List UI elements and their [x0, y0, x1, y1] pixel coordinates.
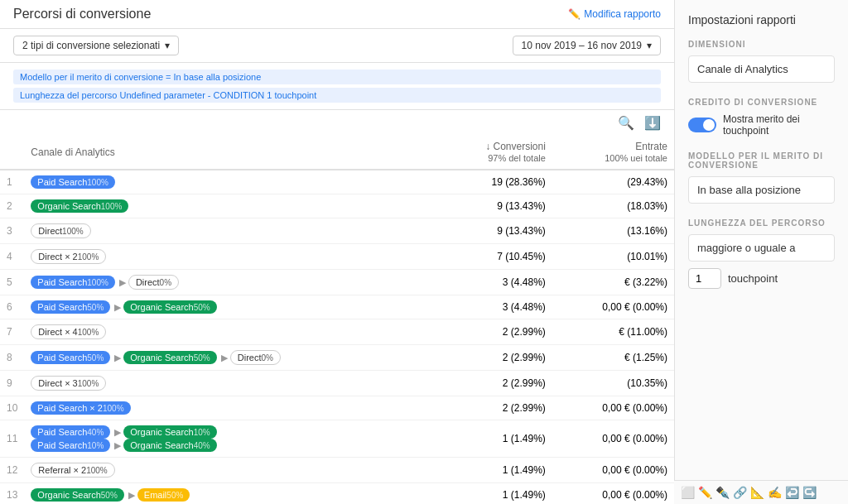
row-number: 1 — [0, 170, 24, 194]
channel-tag: Paid Search 40% — [31, 425, 110, 439]
conversions-cell: 2 (2.99%) — [438, 371, 552, 396]
panel-title: Impostazioni rapporti — [688, 13, 835, 26]
entrate-cell: € (3.22%) — [552, 270, 674, 295]
channel-path-cell: Paid Search 50%▶Organic Search 50%▶Direc… — [24, 345, 438, 371]
conversions-cell: 1 (1.49%) — [438, 458, 552, 483]
modify-report-btn[interactable]: ✏️ Modifica rapporto — [568, 8, 661, 20]
condition-tag-2[interactable]: Lunghezza del percorso Undefined paramet… — [13, 88, 661, 103]
filters-bar: 2 tipi di conversione selezionati ▾ 10 n… — [0, 29, 674, 63]
row-number: 7 — [0, 319, 24, 345]
dimensioni-section: DIMENSIONI Canale di Analytics — [688, 40, 835, 83]
channel-path-cell: Referral × 2 100% — [24, 458, 438, 483]
edit-icon: ✏️ — [568, 8, 581, 20]
icon-redo[interactable]: ↪️ — [802, 486, 817, 499]
modello-label: MODELLO PER IL MERITO DI CONVERSIONE — [688, 151, 835, 170]
table-row: 4 Direct × 2 100% 7 (10.45%) (10.01%) — [0, 244, 674, 270]
dimensioni-value: Canale di Analytics — [688, 55, 835, 83]
icon-pencil[interactable]: ✏️ — [698, 486, 712, 499]
channel-tag: Direct 0% — [230, 350, 281, 365]
conversion-types-dropdown[interactable]: 2 tipi di conversione selezionati ▾ — [13, 36, 179, 55]
page-header: Percorsi di conversione ✏️ Modifica rapp… — [0, 0, 674, 29]
row-number: 8 — [0, 345, 24, 371]
table-row: 3 Direct 100% 9 (13.43%) (13.16%) — [0, 218, 674, 244]
row-number: 3 — [0, 218, 24, 244]
arrow-icon: ▶ — [128, 490, 135, 501]
channel-tag: Paid Search × 2 100% — [31, 401, 130, 415]
arrow-icon: ▶ — [114, 353, 121, 363]
channel-tag: Direct 0% — [128, 275, 179, 290]
table-row: 11 Paid Search 40%▶Organic Search 10%Pai… — [0, 420, 674, 458]
icon-write[interactable]: ✍️ — [768, 486, 782, 499]
table-row: 9 Direct × 3 100% 2 (2.99%) (10.35%) — [0, 371, 674, 396]
filter-left: 2 tipi di conversione selezionati ▾ — [13, 36, 179, 55]
channel-tag: Paid Search 50% — [31, 351, 110, 364]
touchpoint-row: touchpoint — [688, 268, 835, 289]
touchpoint-input[interactable] — [688, 268, 721, 289]
channel-path-cell: Paid Search 40%▶Organic Search 10%Paid S… — [24, 420, 438, 458]
conversions-cell: 3 (4.48%) — [438, 295, 552, 319]
date-range-dropdown[interactable]: 10 nov 2019 – 16 nov 2019 ▾ — [513, 36, 661, 55]
table-row: 12 Referral × 2 100% 1 (1.49%) 0,00 € (0… — [0, 458, 674, 483]
channel-tag: Direct × 4 100% — [31, 324, 106, 339]
channel-tag: Organic Search 10% — [123, 425, 216, 439]
arrow-icon: ▶ — [114, 427, 121, 438]
channel-tag: Paid Search 50% — [31, 300, 110, 314]
arrow-icon: ▶ — [119, 277, 126, 288]
table-row: 2 Organic Search 100% 9 (13.43%) (18.03%… — [0, 194, 674, 218]
right-panel: Impostazioni rapporti DIMENSIONI Canale … — [674, 0, 848, 504]
toggle-row: Mostra merito dei touchpoint — [688, 113, 835, 137]
channel-path-cell: Paid Search 50%▶Organic Search 50% — [24, 295, 438, 319]
row-number: 6 — [0, 295, 24, 319]
channel-tag: Direct 100% — [31, 223, 90, 238]
icon-undo[interactable]: ↩️ — [785, 486, 799, 499]
table-row: 10 Paid Search × 2 100% 2 (2.99%) 0,00 €… — [0, 396, 674, 420]
search-icon[interactable]: 🔍 — [618, 115, 634, 131]
channel-tag: Organic Search 40% — [123, 439, 216, 452]
lunghezza-value: maggiore o uguale a — [688, 234, 835, 262]
table-row: 8 Paid Search 50%▶Organic Search 50%▶Dir… — [0, 345, 674, 371]
download-icon[interactable]: ⬇️ — [644, 115, 661, 131]
dimensioni-label: DIMENSIONI — [688, 40, 835, 49]
main-content: Percorsi di conversione ✏️ Modifica rapp… — [0, 0, 674, 504]
col-channel: Canale di Analytics — [24, 136, 438, 170]
conversions-cell: 7 (10.45%) — [438, 244, 552, 270]
arrow-icon: ▶ — [221, 353, 228, 363]
channel-path-cell: Direct × 3 100% — [24, 371, 438, 396]
entrate-cell: (10.35%) — [552, 371, 674, 396]
conversions-cell: 2 (2.99%) — [438, 319, 552, 345]
channel-path-cell: Organic Search 100% — [24, 194, 438, 218]
arrow-icon: ▶ — [114, 440, 121, 451]
table-row: 6 Paid Search 50%▶Organic Search 50% 3 (… — [0, 295, 674, 319]
table-row: 1 Paid Search 100% 19 (28.36%) (29.43%) — [0, 170, 674, 194]
page-title: Percorsi di conversione — [13, 7, 151, 22]
entrate-cell: (10.01%) — [552, 244, 674, 270]
entrate-cell: (29.43%) — [552, 170, 674, 194]
conversions-cell: 1 (1.49%) — [438, 420, 552, 458]
lunghezza-section: LUNGHEZZA DEL PERCORSO maggiore o uguale… — [688, 218, 835, 289]
channel-tag: Paid Search 100% — [31, 175, 115, 189]
col-num — [0, 136, 24, 170]
icon-ruler[interactable]: 📐 — [750, 486, 764, 499]
channel-path-cell: Direct × 2 100% — [24, 244, 438, 270]
credito-toggle[interactable] — [688, 118, 716, 132]
credito-toggle-label: Mostra merito dei touchpoint — [723, 113, 835, 137]
condition-tag-1[interactable]: Modello per il merito di conversione = I… — [13, 70, 661, 84]
channel-tag: Paid Search 100% — [31, 276, 115, 289]
col-conversions: ↓ Conversioni 97% del totale — [438, 136, 552, 170]
conversions-cell: 3 (4.48%) — [438, 270, 552, 295]
channel-tag: Direct × 3 100% — [31, 376, 106, 391]
conversions-cell: 2 (2.99%) — [438, 396, 552, 420]
channel-path-cell: Direct × 4 100% — [24, 319, 438, 345]
channel-tag: Direct × 2 100% — [31, 249, 106, 264]
modello-value: In base alla posizione — [688, 176, 835, 204]
chevron-down-icon: ▾ — [165, 40, 170, 51]
row-number: 13 — [0, 483, 24, 505]
channel-tag: Organic Search 50% — [123, 351, 216, 364]
icon-square[interactable]: ⬜ — [681, 486, 695, 499]
entrate-cell: € (11.00%) — [552, 319, 674, 345]
row-number: 12 — [0, 458, 24, 483]
table-row: 7 Direct × 4 100% 2 (2.99%) € (11.00%) — [0, 319, 674, 345]
icon-pen[interactable]: ✒️ — [716, 486, 730, 499]
icon-link[interactable]: 🔗 — [733, 486, 747, 499]
credito-section: CREDITO DI CONVERSIONE Mostra merito dei… — [688, 98, 835, 137]
